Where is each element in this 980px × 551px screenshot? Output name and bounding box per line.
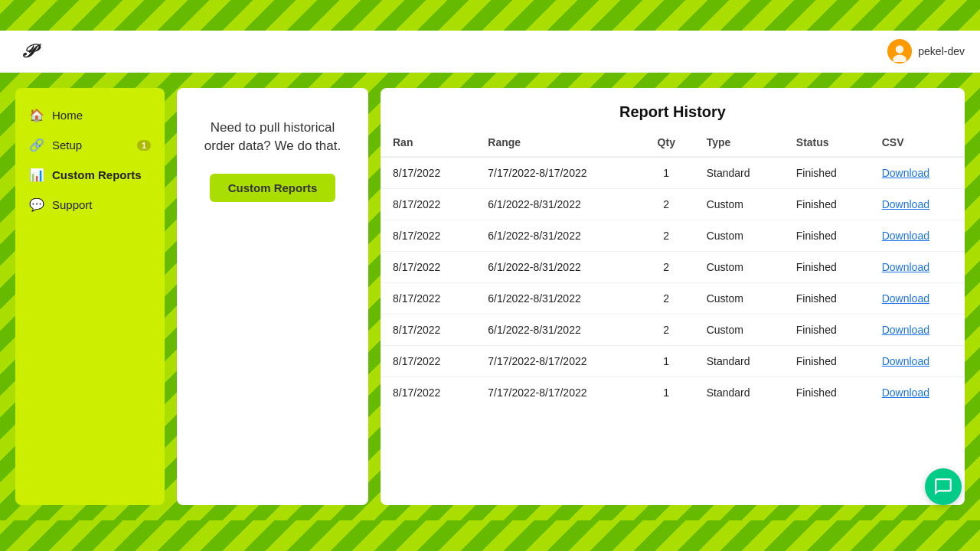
cell-qty: 1 xyxy=(639,377,694,409)
cell-status: Finished xyxy=(784,283,870,315)
cell-qty: 1 xyxy=(639,157,694,189)
cell-type: Standard xyxy=(694,157,784,189)
sidebar-item-setup[interactable]: 🔗 Setup 1 xyxy=(15,130,165,160)
cell-qty: 2 xyxy=(639,220,694,252)
sidebar-label-support: Support xyxy=(52,198,93,211)
cell-range: 7/17/2022-8/17/2022 xyxy=(475,346,639,377)
cell-range: 6/1/2022-8/31/2022 xyxy=(475,189,639,220)
cell-csv[interactable]: Download xyxy=(870,377,965,409)
cell-csv[interactable]: Download xyxy=(870,252,965,283)
table-row: 8/17/20226/1/2022-8/31/20222CustomFinish… xyxy=(381,283,965,315)
col-csv: CSV xyxy=(870,129,965,157)
cell-qty: 2 xyxy=(639,252,694,283)
sidebar-label-setup: Setup xyxy=(52,139,82,152)
download-link[interactable]: Download xyxy=(882,198,929,210)
download-link[interactable]: Download xyxy=(882,292,929,305)
download-link[interactable]: Download xyxy=(882,167,929,179)
setup-badge: 1 xyxy=(137,140,151,151)
header: 𝒫 pekel-dev xyxy=(0,31,980,73)
report-table: Ran Range Qty Type Status CSV 8/17/20227… xyxy=(381,129,965,408)
cell-range: 6/1/2022-8/31/2022 xyxy=(475,220,639,252)
cell-range: 6/1/2022-8/31/2022 xyxy=(475,283,639,315)
logo-symbol: 𝒫 xyxy=(21,41,34,62)
table-row: 8/17/20226/1/2022-8/31/20222CustomFinish… xyxy=(381,252,965,283)
cell-type: Custom xyxy=(694,283,784,315)
avatar[interactable] xyxy=(887,39,912,64)
cell-qty: 2 xyxy=(639,189,694,220)
download-link[interactable]: Download xyxy=(882,324,929,336)
table-row: 8/17/20227/17/2022-8/17/20221StandardFin… xyxy=(381,346,965,377)
col-qty: Qty xyxy=(639,129,694,157)
cell-status: Finished xyxy=(784,157,870,189)
cell-status: Finished xyxy=(784,377,870,409)
reports-icon: 📊 xyxy=(29,168,44,182)
cell-type: Custom xyxy=(694,252,784,283)
cell-status: Finished xyxy=(784,346,870,377)
cell-status: Finished xyxy=(784,252,870,283)
download-link[interactable]: Download xyxy=(882,355,929,367)
cell-range: 6/1/2022-8/31/2022 xyxy=(475,315,639,346)
report-title: Report History xyxy=(381,88,965,129)
cell-range: 7/17/2022-8/17/2022 xyxy=(475,377,639,409)
user-area: pekel-dev xyxy=(887,39,965,64)
bottom-stripe xyxy=(0,520,980,551)
chat-button[interactable] xyxy=(925,468,962,505)
cell-csv[interactable]: Download xyxy=(870,189,965,220)
custom-reports-button[interactable]: Custom Reports xyxy=(210,174,336,202)
cell-status: Finished xyxy=(784,189,870,220)
cell-type: Standard xyxy=(694,377,784,409)
cell-csv[interactable]: Download xyxy=(870,220,965,252)
table-row: 8/17/20227/17/2022-8/17/20221StandardFin… xyxy=(381,157,965,189)
logo[interactable]: 𝒫 xyxy=(15,39,40,64)
cell-csv[interactable]: Download xyxy=(870,157,965,189)
support-icon: 💬 xyxy=(29,197,44,212)
sidebar-item-home[interactable]: 🏠 Home xyxy=(15,100,165,130)
cell-ran: 8/17/2022 xyxy=(381,220,475,252)
cell-type: Custom xyxy=(694,315,784,346)
sidebar-label-home: Home xyxy=(52,109,83,122)
cell-csv[interactable]: Download xyxy=(870,315,965,346)
cell-status: Finished xyxy=(784,220,870,252)
report-panel: Report History Ran Range Qty Type Status… xyxy=(381,88,965,505)
sidebar-item-support[interactable]: 💬 Support xyxy=(15,190,165,220)
cell-range: 6/1/2022-8/31/2022 xyxy=(475,252,639,283)
cell-ran: 8/17/2022 xyxy=(381,283,475,315)
col-status: Status xyxy=(784,129,870,157)
cell-csv[interactable]: Download xyxy=(870,283,965,315)
download-link[interactable]: Download xyxy=(882,230,929,242)
cell-status: Finished xyxy=(784,315,870,346)
top-stripe xyxy=(0,0,980,31)
cell-ran: 8/17/2022 xyxy=(381,377,475,409)
username-label: pekel-dev xyxy=(918,45,965,57)
cell-qty: 2 xyxy=(639,315,694,346)
cell-qty: 2 xyxy=(639,283,694,315)
cell-range: 7/17/2022-8/17/2022 xyxy=(475,157,639,189)
sidebar: 🏠 Home 🔗 Setup 1 📊 Custom Reports 💬 Supp… xyxy=(15,88,165,505)
cell-type: Custom xyxy=(694,220,784,252)
col-ran: Ran xyxy=(381,129,475,157)
cell-ran: 8/17/2022 xyxy=(381,157,475,189)
table-row: 8/17/20226/1/2022-8/31/20222CustomFinish… xyxy=(381,189,965,220)
main-layout: 🏠 Home 🔗 Setup 1 📊 Custom Reports 💬 Supp… xyxy=(0,73,980,520)
sidebar-label-custom-reports: Custom Reports xyxy=(52,168,142,181)
cell-type: Custom xyxy=(694,189,784,220)
cell-type: Standard xyxy=(694,346,784,377)
promo-card: Need to pull historical order data? We d… xyxy=(177,88,368,505)
col-range: Range xyxy=(475,129,639,157)
cell-ran: 8/17/2022 xyxy=(381,189,475,220)
table-row: 8/17/20226/1/2022-8/31/20222CustomFinish… xyxy=(381,220,965,252)
table-row: 8/17/20227/17/2022-8/17/20221StandardFin… xyxy=(381,377,965,409)
table-row: 8/17/20226/1/2022-8/31/20222CustomFinish… xyxy=(381,315,965,346)
cell-ran: 8/17/2022 xyxy=(381,346,475,377)
cell-ran: 8/17/2022 xyxy=(381,315,475,346)
setup-icon: 🔗 xyxy=(29,138,44,152)
cell-csv[interactable]: Download xyxy=(870,346,965,377)
report-table-wrapper[interactable]: Ran Range Qty Type Status CSV 8/17/20227… xyxy=(381,129,965,505)
cell-qty: 1 xyxy=(639,346,694,377)
col-type: Type xyxy=(694,129,784,157)
download-link[interactable]: Download xyxy=(882,261,929,273)
download-link[interactable]: Download xyxy=(882,386,929,399)
cell-ran: 8/17/2022 xyxy=(381,252,475,283)
sidebar-item-custom-reports[interactable]: 📊 Custom Reports xyxy=(15,160,165,190)
promo-text: Need to pull historical order data? We d… xyxy=(195,119,350,155)
